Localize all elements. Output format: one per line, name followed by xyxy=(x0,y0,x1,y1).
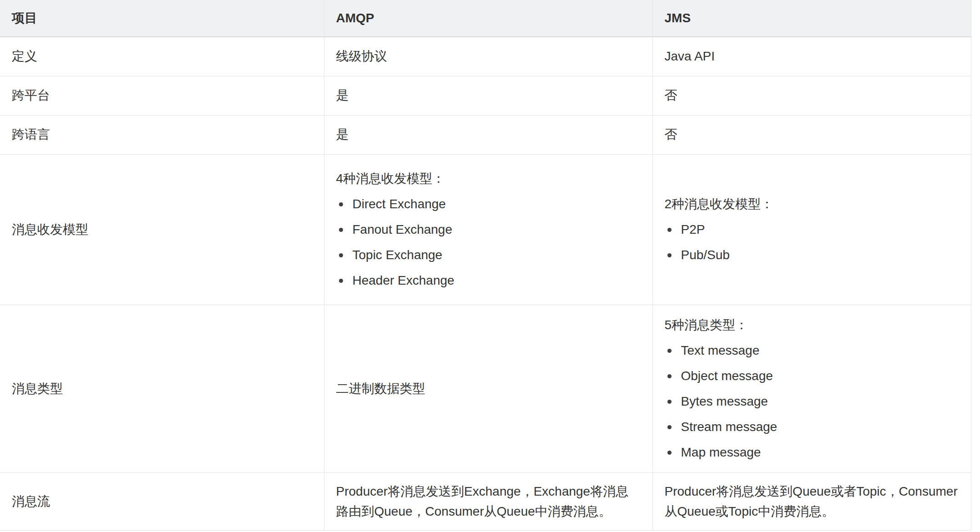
row-message-type: 消息类型 二进制数据类型 5种消息类型： Text messageObject … xyxy=(0,305,971,472)
row-cross-language: 跨语言 是 否 xyxy=(0,115,971,154)
list-item: Bytes message xyxy=(681,391,959,412)
jms-type-list: Text messageObject messageBytes messageS… xyxy=(665,341,959,462)
cell-definition-item: 定义 xyxy=(0,37,324,76)
comparison-table: 项目 AMQP JMS 定义 线级协议 Java API 跨平台 是 否 跨语言… xyxy=(0,0,971,531)
list-item: Fanout Exchange xyxy=(353,220,641,240)
cell-cross-platform-amqp: 是 xyxy=(324,76,652,115)
header-cell-item: 项目 xyxy=(0,0,324,37)
cell-message-type-jms: 5种消息类型： Text messageObject messageBytes … xyxy=(652,305,971,472)
list-item: Object message xyxy=(681,366,959,386)
list-item: Stream message xyxy=(681,417,959,437)
cell-cross-platform-item: 跨平台 xyxy=(0,76,324,115)
list-item: P2P xyxy=(681,220,959,240)
cell-message-flow-amqp: Producer将消息发送到Exchange，Exchange将消息路由到Que… xyxy=(324,472,652,530)
row-definition: 定义 线级协议 Java API xyxy=(0,37,971,76)
row-cross-platform: 跨平台 是 否 xyxy=(0,76,971,115)
cell-definition-amqp: 线级协议 xyxy=(324,37,652,76)
list-item: Map message xyxy=(681,442,959,462)
cell-messaging-model-jms: 2种消息收发模型： P2PPub/Sub xyxy=(652,154,971,305)
list-item: Header Exchange xyxy=(353,271,641,291)
cell-cross-language-item: 跨语言 xyxy=(0,115,324,154)
cell-messaging-model-amqp: 4种消息收发模型： Direct ExchangeFanout Exchange… xyxy=(324,154,652,305)
cell-cross-language-jms: 否 xyxy=(652,115,971,154)
cell-message-type-item: 消息类型 xyxy=(0,305,324,472)
list-item: Direct Exchange xyxy=(353,194,641,214)
cell-message-flow-jms: Producer将消息发送到Queue或者Topic，Consumer从Queu… xyxy=(652,472,971,530)
header-cell-jms: JMS xyxy=(652,0,971,37)
cell-definition-jms: Java API xyxy=(652,37,971,76)
amqp-model-intro: 4种消息收发模型： xyxy=(336,169,641,189)
header-row: 项目 AMQP JMS xyxy=(0,0,971,37)
list-item: Pub/Sub xyxy=(681,245,959,265)
cell-message-type-amqp: 二进制数据类型 xyxy=(324,305,652,472)
cell-message-flow-item: 消息流 xyxy=(0,472,324,530)
jms-model-intro: 2种消息收发模型： xyxy=(665,194,959,214)
row-message-flow: 消息流 Producer将消息发送到Exchange，Exchange将消息路由… xyxy=(0,472,971,530)
amqp-model-list: Direct ExchangeFanout ExchangeTopic Exch… xyxy=(336,194,641,291)
header-cell-amqp: AMQP xyxy=(324,0,652,37)
row-messaging-model: 消息收发模型 4种消息收发模型： Direct ExchangeFanout E… xyxy=(0,154,971,305)
cell-cross-platform-jms: 否 xyxy=(652,76,971,115)
jms-model-list: P2PPub/Sub xyxy=(665,220,959,265)
list-item: Topic Exchange xyxy=(353,245,641,265)
list-item: Text message xyxy=(681,341,959,361)
jms-type-intro: 5种消息类型： xyxy=(665,315,959,335)
cell-cross-language-amqp: 是 xyxy=(324,115,652,154)
cell-messaging-model-item: 消息收发模型 xyxy=(0,154,324,305)
